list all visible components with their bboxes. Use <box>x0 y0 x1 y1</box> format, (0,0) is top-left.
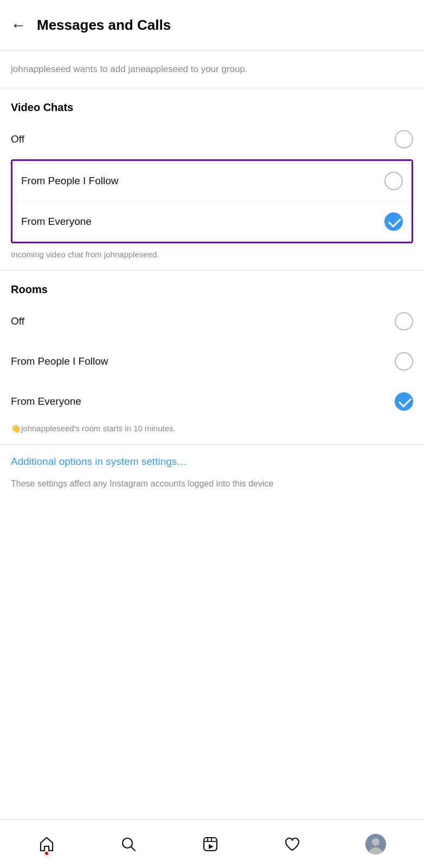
bottom-nav <box>0 819 424 868</box>
rooms-everyone-label: From Everyone <box>11 396 81 407</box>
svg-marker-6 <box>209 844 214 849</box>
rooms-title: Rooms <box>11 283 413 296</box>
avatar-icon <box>365 834 386 854</box>
heart-icon <box>284 835 301 853</box>
home-dot <box>45 852 48 855</box>
rooms-follow-radio[interactable] <box>395 352 413 371</box>
rooms-off-label: Off <box>11 315 24 327</box>
home-icon <box>38 835 55 853</box>
rooms-section: Rooms Off From People I Follow From Ever… <box>0 270 424 422</box>
video-chats-everyone-radio[interactable] <box>384 212 403 231</box>
rooms-note: 👋johnappleseed's room starts in 10 minut… <box>0 422 424 444</box>
video-chats-follow-label: From People I Follow <box>21 175 119 187</box>
video-chats-section: Video Chats Off From People I Follow Fro… <box>0 88 424 243</box>
svg-line-1 <box>131 847 135 851</box>
search-icon <box>120 835 137 853</box>
nav-reels[interactable] <box>202 835 219 853</box>
page-title: Messages and Calls <box>37 17 171 34</box>
rooms-off-option[interactable]: Off <box>11 301 413 341</box>
reels-icon <box>202 835 219 853</box>
system-settings-note: These settings affect any Instagram acco… <box>0 473 424 501</box>
nav-home[interactable] <box>38 835 55 853</box>
additional-options-link[interactable]: Additional options in system settings… <box>0 445 424 473</box>
video-chats-off-radio[interactable] <box>395 130 413 148</box>
video-chats-off-option[interactable]: Off <box>11 119 413 159</box>
video-chats-everyone-option[interactable]: From Everyone <box>12 201 412 242</box>
video-chats-everyone-label: From Everyone <box>21 216 92 228</box>
svg-rect-2 <box>204 838 217 851</box>
video-chats-follow-radio[interactable] <box>384 172 403 190</box>
video-chats-off-label: Off <box>11 133 24 145</box>
nav-heart[interactable] <box>284 835 301 853</box>
rooms-off-radio[interactable] <box>395 312 413 331</box>
svg-point-8 <box>372 838 380 846</box>
additional-options-anchor[interactable]: Additional options in system settings… <box>11 456 187 467</box>
rooms-follow-option[interactable]: From People I Follow <box>11 341 413 381</box>
header: ← Messages and Calls <box>0 0 424 51</box>
description-text: johnappleseed wants to add janeappleseed… <box>0 51 424 88</box>
video-chats-note: Incoming video chat from johnappleseed. <box>0 243 424 270</box>
video-chats-follow-option[interactable]: From People I Follow <box>12 161 412 201</box>
rooms-everyone-option[interactable]: From Everyone <box>11 381 413 422</box>
profile-avatar[interactable] <box>365 834 386 854</box>
rooms-follow-label: From People I Follow <box>11 355 108 367</box>
rooms-everyone-radio[interactable] <box>395 392 413 411</box>
nav-search[interactable] <box>120 835 137 853</box>
video-chats-highlight-box: From People I Follow From Everyone <box>11 159 413 243</box>
back-button[interactable]: ← <box>11 18 26 33</box>
nav-profile[interactable] <box>365 834 386 854</box>
video-chats-title: Video Chats <box>11 101 413 114</box>
